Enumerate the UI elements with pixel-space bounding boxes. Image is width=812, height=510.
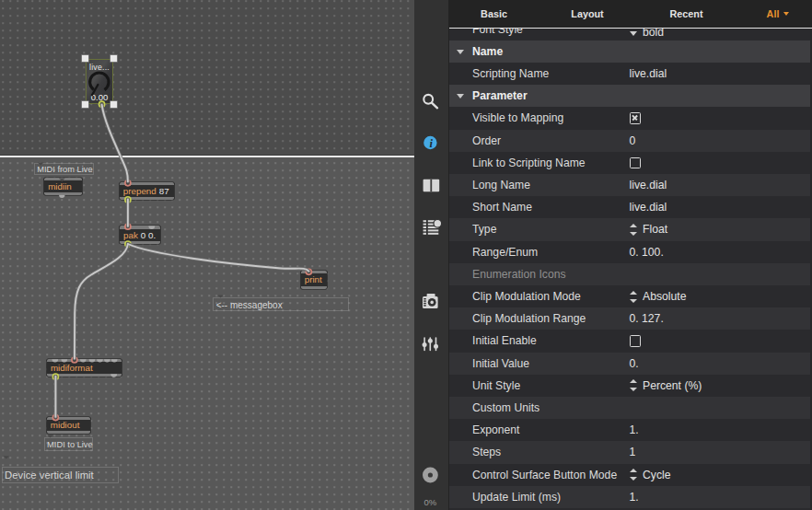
svg-text:i: i (430, 137, 434, 150)
svg-text:0%: 0% (424, 497, 437, 507)
